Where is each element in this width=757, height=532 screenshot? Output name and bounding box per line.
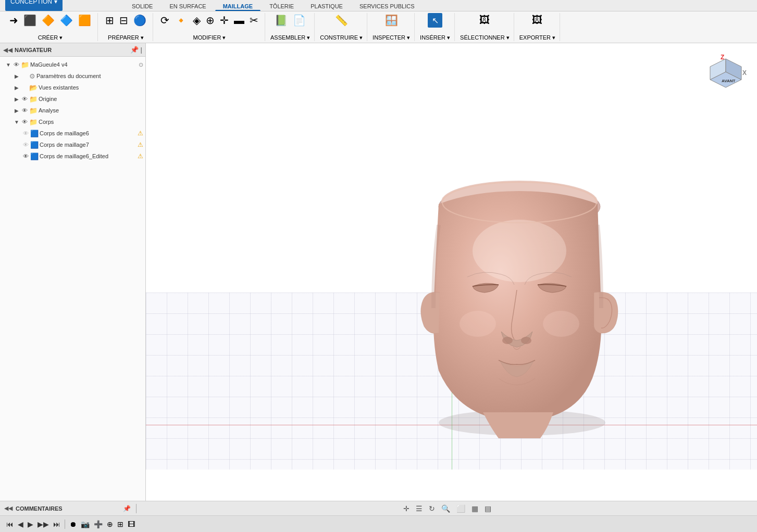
modifier-btn7[interactable]: ✂ <box>247 13 260 28</box>
assembler-btn2[interactable]: 📄 <box>291 13 308 28</box>
modifier-label-btn[interactable]: MODIFIER ▾ <box>193 34 226 41</box>
playback-last[interactable]: ⏭ <box>53 520 60 528</box>
creer-arrow-btn[interactable]: ➜ <box>7 13 20 28</box>
assemble-page-icon: 📄 <box>293 14 306 27</box>
tab-tolerie[interactable]: TÔLERIE <box>262 1 302 11</box>
exporter-btn1[interactable]: 🖼 <box>530 13 544 27</box>
svg-text:AVANT: AVANT <box>722 79 735 83</box>
viewport[interactable]: Z X AVANT <box>146 43 757 501</box>
bottom-tool-move[interactable]: ✛ <box>401 503 412 514</box>
tab-services-publics[interactable]: SERVICES PUBLICS <box>352 1 423 11</box>
creer-box-btn[interactable]: ⬛ <box>21 13 39 28</box>
modifier-btn4[interactable]: ⊕ <box>204 13 217 28</box>
tree-arrow-doc[interactable]: ▼ <box>5 62 11 68</box>
creer-shape-btn[interactable]: 🔶 <box>40 13 57 28</box>
playback-extra2[interactable]: ⊕ <box>107 520 113 528</box>
assembler-label: ASSEMBLER ▾ <box>270 34 310 41</box>
creer-color-btn[interactable]: 🟧 <box>76 13 93 28</box>
playback-prev[interactable]: ◀ <box>18 520 23 528</box>
bottom-tool-view1[interactable]: ⬜ <box>454 503 467 514</box>
tree-eye-analyse[interactable]: 👁 <box>21 107 28 113</box>
construire-btn1[interactable]: 📏 <box>333 13 350 28</box>
inspecter-btn1[interactable]: 🪟 <box>383 13 400 28</box>
playback-play[interactable]: ▶ <box>28 520 33 528</box>
tree-eye-origin[interactable]: 👁 <box>21 96 28 102</box>
conception-button[interactable]: CONCEPTION ▾ <box>5 0 63 11</box>
toolbar-group-exporter: 🖼 EXPORTER ▾ <box>515 13 560 41</box>
preparer-btn3[interactable]: 🔵 <box>131 13 148 28</box>
tab-en-surface[interactable]: EN SURFACE <box>162 1 214 11</box>
inserer-cursor-btn[interactable]: ↖ <box>428 13 442 28</box>
construire-label-btn[interactable]: CONSTRUIRE ▾ <box>320 34 363 41</box>
svg-point-5 <box>521 337 531 344</box>
inserer-label-btn[interactable]: INSÉRER ▾ <box>420 34 450 41</box>
modifier-btn1[interactable]: ⟳ <box>158 13 171 28</box>
tree-eye-doc[interactable]: 👁 <box>13 61 20 68</box>
tree-arrow-params[interactable]: ▶ <box>14 73 20 79</box>
tree-item-origin[interactable]: ▶ 👁 📁 Origine <box>0 93 145 105</box>
tab-plastique[interactable]: PLASTIQUE <box>303 1 351 11</box>
tree-eye-mesh7[interactable]: 👁 <box>22 142 29 148</box>
tab-maillage[interactable]: MAILLAGE <box>215 1 260 11</box>
assemble-book-icon: 📗 <box>275 14 288 27</box>
tree-label-mesh6: Corps de maillage6 <box>40 130 136 136</box>
tree-item-analyse[interactable]: ▶ 👁 📁 Analyse <box>0 105 145 116</box>
inspecter-label-btn[interactable]: INSPECTER ▾ <box>373 34 410 41</box>
tree-item-params[interactable]: ▶ ⚙ Paramètres du document <box>0 70 145 82</box>
playback-extra1[interactable]: ➕ <box>94 520 103 528</box>
bottom-expand-left[interactable]: ◀◀ <box>4 505 13 512</box>
tree-item-doc[interactable]: ▼ 👁 📁 MaGueule4 v4 ⊙ <box>0 59 145 70</box>
modifier-btn3[interactable]: ◈ <box>191 13 203 28</box>
tree-arrow-analyse[interactable]: ▶ <box>14 108 20 113</box>
assembler-label-btn[interactable]: ASSEMBLER ▾ <box>270 34 310 41</box>
navigator-collapse-left[interactable]: ◀◀ <box>3 46 13 54</box>
exporter-label-btn[interactable]: EXPORTER ▾ <box>519 34 555 41</box>
tree-eye-corps[interactable]: 👁 <box>21 119 28 125</box>
warning-icon-mesh7: ⚠ <box>138 141 143 148</box>
selectionner-label: SÉLECTIONNER ▾ <box>460 34 510 41</box>
bottom-tool-orbit[interactable]: ↻ <box>427 503 437 514</box>
tree-eye-mesh6e[interactable]: 👁 <box>22 153 29 159</box>
preparer-btn1[interactable]: ⊞ <box>103 13 116 28</box>
creer-label-btn[interactable]: CRÉER ▾ <box>38 34 63 41</box>
bottom-tool-view2[interactable]: ▦ <box>469 503 480 514</box>
playback-extra3[interactable]: ⊞ <box>117 520 123 528</box>
playback-next[interactable]: ▶▶ <box>38 520 49 528</box>
tree-label-mesh6e: Corps de maillage6_Edited <box>40 153 136 159</box>
tree-item-mesh6[interactable]: 👁 🟦 Corps de maillage6 ⚠ <box>0 128 145 139</box>
playback-extra4[interactable]: 🎞 <box>128 520 135 528</box>
selectionner-label-btn[interactable]: SÉLECTIONNER ▾ <box>460 34 510 41</box>
assembler-btn1[interactable]: 📗 <box>272 13 290 28</box>
modifier-btn2[interactable]: 🔸 <box>172 13 190 28</box>
bottom-tool-zoom[interactable]: 🔍 <box>439 503 452 514</box>
inspect-window-icon: 🪟 <box>385 14 398 27</box>
tab-solide[interactable]: SOLIDE <box>124 1 160 11</box>
tree-arrow-views[interactable]: ▶ <box>14 85 20 91</box>
playback-cam-btn[interactable]: 📷 <box>81 520 90 528</box>
playback-first[interactable]: ⏮ <box>6 520 14 528</box>
main-area: ◀◀ NAVIGATEUR 📌 | ▼ 👁 📁 MaGueule4 v4 ⊙ ▶… <box>0 43 757 501</box>
tree-arrow-origin[interactable]: ▶ <box>14 96 20 102</box>
modifier-btn5[interactable]: ✛ <box>218 13 231 28</box>
selectionner-btn1[interactable]: 🖼 <box>477 13 492 27</box>
bottom-tool-select[interactable]: ☰ <box>414 503 425 514</box>
viewcube[interactable]: Z X AVANT <box>705 54 747 95</box>
tree-arrow-corps[interactable]: ▼ <box>14 119 20 125</box>
bottom-pin-btn[interactable]: 📌 <box>123 505 131 512</box>
playback-record-btn[interactable]: ⏺ <box>69 520 77 528</box>
tree-eye-mesh6[interactable]: 👁 <box>22 130 29 136</box>
tree-item-mesh7[interactable]: 👁 🟦 Corps de maillage7 ⚠ <box>0 139 145 150</box>
bottom-tool-view3[interactable]: ▤ <box>482 503 493 514</box>
navigator-close-btn[interactable]: | <box>141 46 142 54</box>
preparer-btn2[interactable]: ⊟ <box>117 13 130 28</box>
navigator-pin-btn[interactable]: 📌 <box>130 46 139 54</box>
tree-item-mesh6e[interactable]: 👁 🟦 Corps de maillage6_Edited ⚠ <box>0 150 145 162</box>
toolbar-inspecter-icons: 🪟 <box>383 13 400 28</box>
document-icon: 📁 <box>21 61 29 69</box>
creer-mesh-btn[interactable]: 🔷 <box>58 13 75 28</box>
tree-item-views[interactable]: ▶ 📂 Vues existantes <box>0 82 145 93</box>
modifier-btn6[interactable]: ▬ <box>232 14 246 28</box>
preparer-label-btn[interactable]: PRÉPARER ▾ <box>108 34 144 41</box>
tree-item-corps[interactable]: ▼ 👁 📁 Corps <box>0 116 145 128</box>
color-icon: 🟧 <box>78 14 91 27</box>
